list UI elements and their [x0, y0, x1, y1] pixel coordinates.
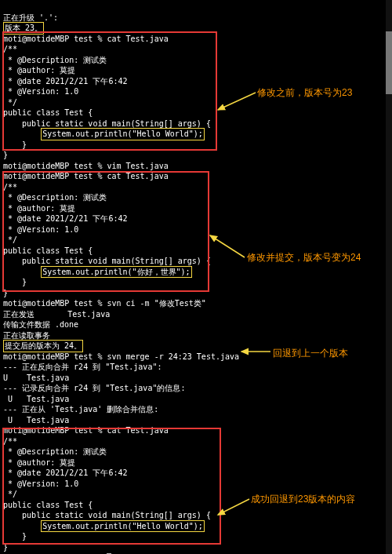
line: U Test.java [3, 374, 69, 382]
line: * @date 2021/2/21 下午6:42 [3, 77, 127, 86]
line: * @date 2021/2/21 下午6:42 [3, 214, 127, 223]
annot-after-commit: 修改并提交，版本号变为24 [247, 251, 361, 264]
annot-rollback: 回退到上一个版本 [273, 347, 348, 360]
line: 正在发送 Test.java [3, 310, 110, 319]
commit-rev-highlight: 提交后的版本为 24。 [3, 340, 83, 352]
line: * @Description: 测试类 [3, 56, 107, 64]
line: * @date 2021/2/21 下午6:42 [3, 468, 127, 477]
line: 传输文件数据 .done [3, 320, 78, 329]
line: } [3, 151, 8, 159]
line: U Test.java [3, 416, 69, 425]
annot-success: 成功回退到23版本的内容 [251, 493, 355, 506]
terminal-output: 正在升级 '.': 版本 23。 moti@motideMBP test % c… [0, 0, 392, 554]
line: 正在读取事务 [3, 331, 50, 340]
prompt: moti@motideMBP test % [3, 299, 107, 308]
cmd: svn merge -r 24:23 Test.java [107, 352, 239, 361]
line: public static void main(String[] args) { [3, 511, 211, 519]
version-before-highlight: 版本 23。 [3, 22, 44, 35]
line: /** [3, 45, 17, 53]
line: public static void main(String[] args) { [3, 257, 211, 265]
line: } [3, 532, 27, 541]
line: */ [3, 490, 17, 498]
cmd: cat Test.java [107, 172, 168, 180]
prompt: moti@motideMBP test % [3, 426, 107, 435]
line: * @author: 莫提 [3, 204, 75, 213]
line: } [3, 278, 27, 286]
println-nihao-highlight: System.out.println("你好，世界"); [41, 266, 191, 279]
line: * @Version: 1.0 [3, 479, 78, 488]
line: --- 正在反向合并 r24 到 "Test.java": [3, 363, 162, 371]
prompt: moti@motideMBP test % [3, 162, 107, 170]
prompt: moti@motideMBP test % [3, 35, 107, 43]
line: --- 正在从 'Test.java' 删除合并信息: [3, 405, 158, 414]
line: * @Version: 1.0 [3, 225, 78, 234]
line: */ [3, 235, 17, 244]
line: * @Description: 测试类 [3, 447, 107, 456]
scrollbar-track[interactable] [386, 0, 392, 554]
line: */ [3, 98, 17, 107]
line: } [3, 289, 8, 297]
cmd: svn ci -m "修改Test类" [107, 299, 205, 308]
scrollbar-thumb[interactable] [386, 31, 392, 94]
line: 正在升级 '.': [3, 13, 58, 22]
line: public class Test { [3, 246, 93, 255]
line: * @author: 莫提 [3, 458, 75, 467]
line: * @author: 莫提 [3, 66, 75, 75]
line: public class Test { [3, 108, 93, 117]
prompt: moti@motideMBP test % [3, 172, 107, 180]
line: U Test.java [3, 395, 69, 403]
println-hello-highlight: System.out.println("Hello World"); [41, 128, 205, 140]
line: public static void main(String[] args) { [3, 119, 211, 128]
println-hello-highlight-2: System.out.println("Hello World"); [41, 520, 205, 533]
line: * @Version: 1.0 [3, 87, 78, 96]
cmd: cat Test.java [107, 426, 168, 435]
prompt: moti@motideMBP test % [3, 352, 107, 361]
line: } [3, 543, 8, 552]
cmd: cat Test.java [107, 35, 168, 43]
line: * @Description: 测试类 [3, 193, 107, 202]
annot-before: 修改之前，版本号为23 [257, 86, 352, 100]
line: /** [3, 183, 17, 191]
line: } [3, 140, 27, 149]
cmd: vim Test.java [107, 162, 168, 170]
line: /** [3, 437, 17, 446]
line: public class Test { [3, 501, 93, 509]
line: --- 记录反向合并 r24 到 "Test.java"的信息: [3, 384, 185, 392]
